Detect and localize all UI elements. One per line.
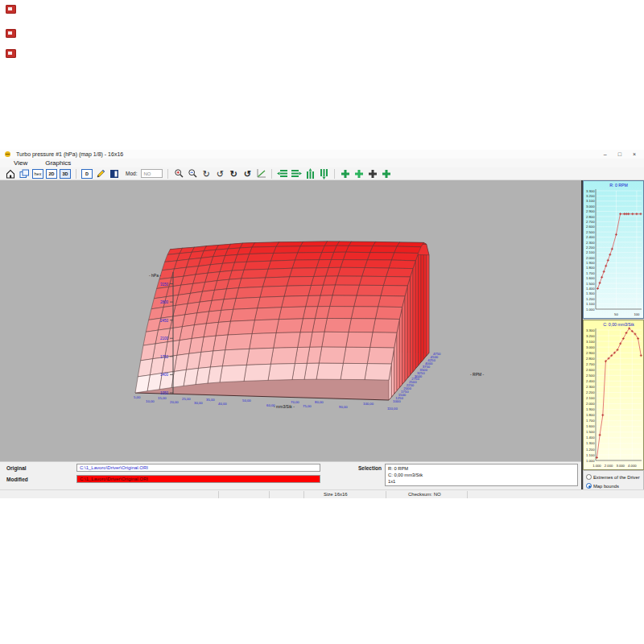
rotate-cw-alt-icon[interactable]: ↻ — [228, 168, 239, 179]
toolbar-separator — [334, 169, 335, 179]
svg-text:3.000: 3.000 — [616, 464, 625, 468]
zoom-out-icon[interactable] — [187, 168, 198, 179]
interpolate-icon[interactable] — [381, 168, 392, 179]
rows-compress-icon[interactable] — [277, 168, 288, 179]
svg-text:40,00: 40,00 — [218, 402, 227, 406]
profiles-panel: 1.0001.1001.2001.3001.4001.5001.6001.700… — [583, 180, 644, 498]
svg-text:50,00: 50,00 — [242, 398, 251, 402]
desktop-shortcut-icon[interactable] — [6, 5, 16, 14]
radio-extremes-driver[interactable]: Extremes of the Driver — [586, 473, 643, 481]
svg-text:1.300: 1.300 — [586, 441, 595, 445]
svg-text:3.200: 3.200 — [586, 194, 595, 198]
svg-text:110,00: 110,00 — [387, 407, 398, 411]
3d-view-button[interactable]: 3D — [60, 169, 71, 179]
svg-text:35,00: 35,00 — [206, 398, 215, 402]
svg-text:1.500: 1.500 — [586, 430, 595, 434]
increase-fine-icon[interactable] — [353, 168, 365, 179]
svg-text:20,00: 20,00 — [170, 400, 179, 404]
desktop-shortcut-icon[interactable] — [6, 49, 16, 58]
svg-text:1.000: 1.000 — [586, 308, 595, 312]
rotate-ccw-alt-icon[interactable]: ↺ — [242, 168, 253, 179]
modified-path-field[interactable]: C:\1_Lavoro\Driver\Original.ORI — [76, 475, 320, 483]
svg-text:2.400: 2.400 — [586, 379, 595, 383]
svg-text:1.000: 1.000 — [586, 459, 595, 463]
svg-text:1.200: 1.200 — [586, 297, 595, 301]
radio-label: Extremes of the Driver — [593, 475, 640, 480]
rotate-ccw-icon[interactable]: ↺ — [214, 168, 225, 179]
svg-text:2.600: 2.600 — [586, 368, 595, 372]
svg-text:100: 100 — [634, 312, 640, 316]
column-profile-chart[interactable]: 1.0001.1001.2001.3001.4001.5001.6001.700… — [583, 320, 644, 470]
toolbar-separator — [76, 169, 76, 179]
row-profile-chart[interactable]: 1.0001.1001.2001.3001.4001.5001.6001.700… — [583, 180, 644, 319]
svg-text:1400: 1400 — [160, 373, 169, 377]
svg-text:2.000: 2.000 — [605, 464, 613, 468]
svg-text:2.700: 2.700 — [586, 362, 595, 366]
decrease-value-icon[interactable] — [367, 168, 378, 179]
increase-value-icon[interactable] — [340, 168, 351, 179]
svg-text:1.400: 1.400 — [586, 287, 595, 291]
svg-text:1.400: 1.400 — [586, 436, 595, 440]
copy-pages-icon[interactable] — [19, 168, 30, 179]
svg-text:4.000: 4.000 — [628, 464, 637, 468]
svg-text:80,00: 80,00 — [315, 400, 324, 404]
svg-text:- RPM -: - RPM - — [470, 372, 485, 377]
svg-text:2100: 2100 — [160, 336, 169, 341]
svg-text:1.000: 1.000 — [592, 464, 601, 468]
svg-text:2.900: 2.900 — [586, 209, 595, 213]
rows-expand-icon[interactable] — [291, 168, 302, 179]
svg-text:3.100: 3.100 — [586, 199, 595, 203]
zoom-in-icon[interactable] — [173, 168, 184, 179]
svg-text:1.800: 1.800 — [586, 413, 595, 417]
maximize-button[interactable]: □ — [618, 150, 621, 159]
mod-input[interactable]: NO — [141, 169, 163, 178]
svg-text:50: 50 — [614, 312, 618, 316]
rotate-cw-icon[interactable]: ↻ — [200, 168, 212, 179]
svg-text:1.200: 1.200 — [586, 448, 595, 452]
menubar: View Graphics — [0, 159, 644, 167]
pencil-edit-icon[interactable] — [95, 168, 106, 179]
svg-text:C: 0,00 mm3/Stk: C: 0,00 mm3/Stk — [603, 322, 634, 327]
cols-expand-icon[interactable] — [318, 168, 329, 179]
home-icon[interactable] — [5, 168, 16, 179]
svg-text:1.800: 1.800 — [586, 266, 595, 270]
menu-graphics[interactable]: Graphics — [45, 159, 71, 167]
svg-text:25,00: 25,00 — [182, 397, 191, 401]
cols-compress-icon[interactable] — [304, 168, 316, 179]
close-button[interactable]: × — [633, 150, 636, 159]
selection-col-info: C: 0,00 mm3/Stk — [388, 472, 577, 478]
window-title: Turbo pressure #1 (hPa) (map 1/8) - 16x1… — [16, 151, 123, 157]
titlebar: Turbo pressure #1 (hPa) (map 1/8) - 16x1… — [0, 150, 644, 159]
desktop-shortcut-icon[interactable] — [6, 29, 16, 38]
map-editor-window: Turbo pressure #1 (hPa) (map 1/8) - 16x1… — [0, 150, 644, 498]
svg-text:2450: 2450 — [160, 319, 169, 323]
svg-text:1750: 1750 — [160, 355, 169, 359]
svg-text:30,00: 30,00 — [194, 401, 203, 405]
svg-text:2.700: 2.700 — [586, 220, 595, 224]
svg-text:1.700: 1.700 — [586, 271, 595, 275]
svg-text:2.800: 2.800 — [586, 357, 595, 361]
svg-text:2800: 2800 — [160, 300, 169, 304]
original-path-field[interactable]: C:\1_Lavoro\Driver\Original.ORI — [76, 464, 320, 472]
minimize-button[interactable]: – — [604, 150, 607, 159]
svg-text:1.100: 1.100 — [586, 453, 595, 457]
2d-view-button[interactable]: 2D — [46, 169, 57, 179]
svg-text:2.000: 2.000 — [586, 402, 595, 406]
svg-text:2.300: 2.300 — [586, 241, 595, 245]
svg-text:2.100: 2.100 — [586, 250, 595, 254]
3d-surface-chart[interactable]: 3150280024502100175014001050- hPa -5,001… — [0, 180, 581, 461]
3d-map-view[interactable]: 3150280024502100175014001050- hPa -5,001… — [0, 180, 581, 461]
selection-label: Selection — [358, 465, 382, 471]
svg-text:3150: 3150 — [160, 283, 169, 287]
table-panel-icon[interactable] — [109, 168, 120, 179]
svg-text:1050: 1050 — [160, 391, 169, 395]
line-chart-icon[interactable] — [255, 168, 266, 179]
hex-view-button[interactable]: hex — [32, 169, 43, 179]
svg-text:10,00: 10,00 — [146, 399, 155, 403]
svg-text:2.600: 2.600 — [586, 225, 595, 229]
radio-icon[interactable] — [586, 474, 592, 480]
svg-text:90,00: 90,00 — [339, 405, 348, 409]
menu-view[interactable]: View — [14, 159, 27, 167]
radio-icon[interactable] — [586, 483, 592, 489]
driver-button[interactable]: D — [81, 169, 93, 179]
